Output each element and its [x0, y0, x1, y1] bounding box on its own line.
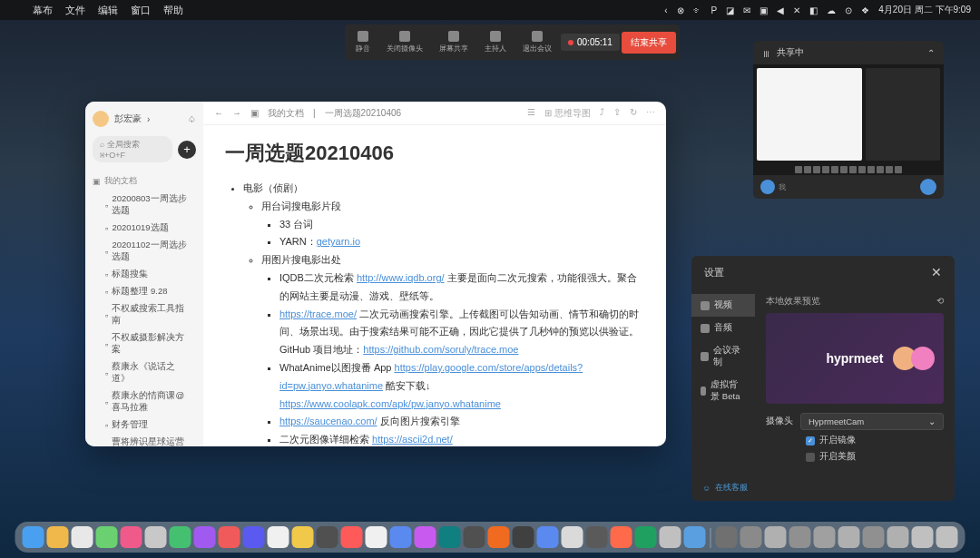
export-icon[interactable]: ⇪ — [613, 107, 621, 120]
dock-app-9[interactable] — [243, 526, 265, 548]
sidebar-doc-item[interactable]: ▫ 曹将辨识星球运营与互动话题 — [93, 434, 196, 446]
statusbar-icon[interactable]: P — [711, 5, 718, 15]
leave-button[interactable]: 退出会议 — [515, 28, 559, 56]
camera-button[interactable]: 关闭摄像头 — [379, 28, 430, 56]
dock-app-31[interactable] — [789, 526, 811, 548]
sidebar-doc-item[interactable]: ▫ 20201019选题 — [93, 220, 196, 237]
mirror-checkbox[interactable]: ✓开启镜像 — [806, 435, 944, 446]
end-share-button[interactable]: 结束共享 — [622, 32, 676, 54]
menu-help[interactable]: 帮助 — [163, 4, 183, 17]
dock-app-12[interactable] — [317, 526, 338, 548]
sidebar-doc-item[interactable]: ▫ 蔡康永《说话之道》 — [93, 358, 196, 387]
dock-app-13[interactable] — [341, 526, 363, 548]
nav-audio[interactable]: 音频 — [691, 317, 755, 339]
dock-app-7[interactable] — [194, 526, 216, 548]
apple-logo-icon[interactable] — [9, 5, 20, 15]
link[interactable]: https://ascii2d.net/ — [372, 434, 453, 445]
link[interactable]: https://trace.moe/ — [279, 308, 357, 319]
link[interactable]: https://www.coolapk.com/apk/pw.janyo.wha… — [279, 398, 501, 409]
statusbar-icon[interactable]: ✉ — [743, 5, 750, 15]
mind-map-button[interactable]: ⊞ 思维导图 — [544, 107, 591, 120]
bell-icon[interactable]: ♤ — [188, 114, 196, 124]
dock-app-22[interactable] — [562, 526, 583, 548]
dock-app-37[interactable] — [936, 526, 958, 548]
dock-app-17[interactable] — [439, 526, 461, 548]
dock-app-26[interactable] — [660, 526, 681, 548]
sidebar-doc-item[interactable]: ▫ 不权威摄影解决方案 — [93, 329, 196, 358]
dock-app-11[interactable] — [292, 526, 314, 548]
more-icon[interactable]: ⋯ — [646, 107, 655, 120]
dock-app-25[interactable] — [635, 526, 657, 548]
dock-app-33[interactable] — [838, 526, 860, 548]
sidebar-doc-item[interactable]: ▫ 标题整理 9.28 — [93, 283, 196, 300]
notes-content[interactable]: 一周选题20210406 电影（侦剧） 用台词搜电影片段 33 台词 YARN：… — [203, 125, 666, 446]
dock-app-23[interactable] — [586, 526, 608, 548]
sidebar-doc-item[interactable]: ▫ 标题搜集 — [93, 266, 196, 283]
dock-app-5[interactable] — [145, 526, 167, 548]
dock-app-1[interactable] — [47, 526, 69, 548]
dock-app-20[interactable] — [513, 526, 534, 548]
sidebar-doc-item[interactable]: ▫ 不权威搜索工具指南 — [93, 300, 196, 329]
search-input[interactable]: ⌕ 全局搜索 ⌘+O+F — [93, 136, 172, 162]
forward-button[interactable]: → — [232, 108, 241, 118]
dock-app-10[interactable] — [268, 526, 289, 548]
statusbar-icon[interactable]: ✕ — [793, 5, 800, 15]
link[interactable]: http://www.iqdb.org/ — [357, 272, 445, 283]
statusbar-icon[interactable]: ◪ — [726, 5, 734, 15]
statusbar-icon[interactable]: ⊗ — [677, 5, 684, 15]
beauty-checkbox[interactable]: 开启美颜 — [806, 451, 944, 463]
statusbar-icon[interactable]: ◧ — [809, 5, 818, 15]
nav-recording[interactable]: 会议录制 — [691, 339, 755, 374]
dock-app-29[interactable] — [740, 526, 762, 548]
share-icon[interactable]: ⤴ — [600, 107, 604, 120]
chevron-up-icon[interactable]: ⌃ — [927, 48, 935, 58]
dock-app-24[interactable] — [611, 526, 632, 548]
dock-app-21[interactable] — [537, 526, 559, 548]
host-button[interactable]: 主持人 — [477, 28, 514, 56]
mute-button[interactable]: 静音 — [348, 28, 377, 56]
dock-app-19[interactable] — [488, 526, 510, 548]
dock-app-15[interactable] — [390, 526, 412, 548]
sidebar-doc-item[interactable]: ▫ 20201102一周选步选题 — [93, 237, 196, 266]
refresh-icon[interactable]: ↻ — [630, 107, 637, 120]
dock-app-16[interactable] — [415, 526, 436, 548]
add-button[interactable]: + — [178, 141, 196, 159]
back-button[interactable]: ← — [214, 108, 223, 118]
dock-app-8[interactable] — [219, 526, 240, 548]
sidebar-doc-item[interactable]: ▫ 财务管理 — [93, 416, 196, 434]
statusbar-icon[interactable]: ▣ — [760, 5, 768, 15]
dock-app-36[interactable] — [912, 526, 934, 548]
dock-app-27[interactable] — [684, 526, 706, 548]
dock-app-4[interactable] — [121, 526, 142, 548]
statusbar-icon[interactable]: ☁ — [827, 5, 836, 15]
nav-virtual-bg[interactable]: 虚拟背景 Beta — [691, 374, 755, 408]
dock-app-3[interactable] — [96, 526, 118, 548]
dock-app-2[interactable] — [72, 526, 93, 548]
statusbar-icon[interactable]: ⊙ — [845, 5, 852, 15]
rotate-icon[interactable]: ⟲ — [936, 296, 944, 308]
section-my-docs[interactable]: ▣ 我的文档 — [93, 175, 196, 187]
dock-app-32[interactable] — [814, 526, 836, 548]
statusbar-icon[interactable]: ❖ — [861, 5, 869, 15]
nav-video[interactable]: 视频 — [691, 294, 755, 317]
link[interactable]: https://github.com/soruly/trace.moe — [363, 344, 518, 355]
dock-app-28[interactable] — [716, 526, 738, 548]
breadcrumb-folder[interactable]: 我的文档 — [268, 107, 304, 120]
menu-edit[interactable]: 编辑 — [98, 4, 118, 17]
sidebar-doc-item[interactable]: ▫ 20200803一周选步选题 — [93, 191, 196, 220]
statusbar-icon[interactable]: ‹ — [664, 5, 667, 15]
search-icon[interactable]: ☰ — [527, 107, 535, 120]
dock-app-30[interactable] — [765, 526, 787, 548]
menu-app-name[interactable]: 幕布 — [33, 4, 53, 17]
statusbar-volume-icon[interactable]: ◀︎ — [777, 5, 784, 15]
close-button[interactable]: ✕ — [931, 265, 942, 279]
dock-app-18[interactable] — [464, 526, 485, 548]
camera-select[interactable]: HyprmeetCam⌄ — [800, 413, 944, 430]
screenshare-button[interactable]: 屏幕共享 — [432, 28, 475, 56]
participant-badge[interactable] — [920, 179, 936, 195]
link[interactable]: getyarn.io — [317, 236, 360, 247]
dock-app-0[interactable] — [23, 526, 44, 548]
dock-app-6[interactable] — [170, 526, 191, 548]
menubar-clock[interactable]: 4月20日 周二 下午9:09 — [878, 4, 971, 16]
user-profile[interactable]: 彭宏豪 › ♤ — [93, 111, 196, 127]
